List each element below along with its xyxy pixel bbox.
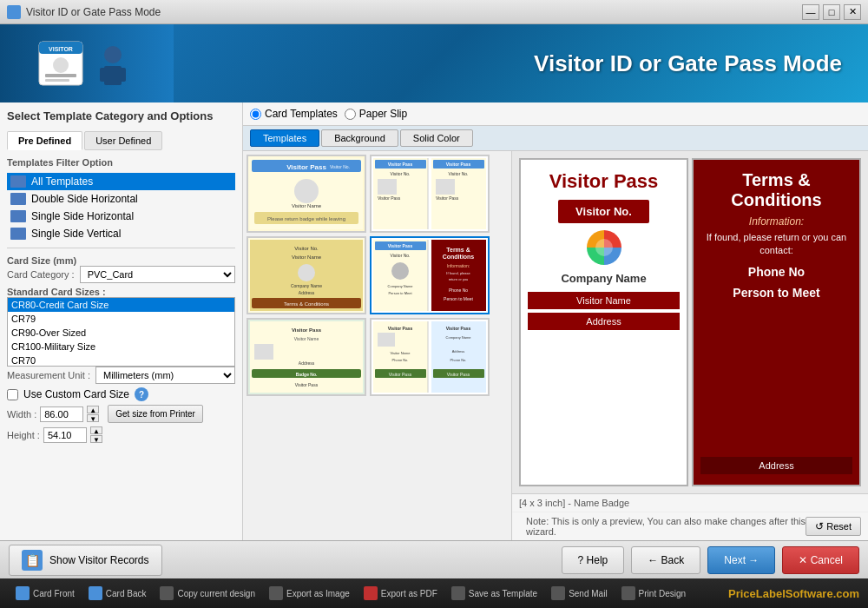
height-up[interactable]: ▲ — [90, 426, 102, 434]
width-input[interactable]: 86.00 — [40, 406, 83, 422]
std-card-cr80[interactable]: CR80-Credit Card Size — [8, 298, 234, 312]
preview-note-bar: Note: This is only a preview, You can al… — [512, 512, 868, 540]
svg-point-14 — [294, 179, 319, 203]
help-icon[interactable]: ? — [135, 387, 148, 401]
width-up[interactable]: ▲ — [87, 406, 99, 413]
export-pdf-label: Export as PDF — [381, 589, 437, 598]
visitor-illustration: VISITOR — [35, 33, 139, 94]
svg-text:Visitor No.: Visitor No. — [391, 171, 411, 176]
footer-card-back[interactable]: Card Back — [82, 585, 154, 602]
reset-button[interactable]: ↺ Reset — [806, 517, 861, 536]
filter-ssv[interactable]: Single Side Vertical — [7, 225, 235, 242]
template-thumb-4[interactable]: Visitor Pass Visitor No. Company Name Pe… — [370, 236, 490, 314]
preview-info-text: If found, please return or you can conta… — [700, 231, 852, 258]
svg-rect-67 — [378, 333, 395, 347]
std-card-cr100[interactable]: CR100-Military Size — [8, 340, 234, 354]
width-field: Width : 86.00 ▲ ▼ — [7, 406, 99, 422]
footer-brand: PriceLabelSoftware.com — [728, 587, 859, 600]
svg-rect-5 — [45, 79, 69, 82]
get-size-button[interactable]: Get size from Printer — [108, 405, 203, 423]
custom-size-checkbox[interactable] — [7, 389, 18, 400]
svg-point-45 — [391, 262, 409, 280]
mode-tabs: Pre Defined User Defined — [7, 131, 235, 150]
svg-text:Visitor Name: Visitor Name — [292, 254, 322, 260]
height-input[interactable]: 54.10 — [43, 427, 87, 443]
svg-text:Visitor No.: Visitor No. — [330, 164, 350, 169]
next-button[interactable]: Next → — [707, 546, 775, 574]
svg-text:If found, please: If found, please — [446, 271, 470, 275]
std-card-cr90[interactable]: CR90-Over Sized — [8, 326, 234, 340]
template-row-1: Visitor Pass Visitor No. Visitor Name Pl… — [247, 155, 508, 233]
filter-dsh[interactable]: Double Side Horizontal — [7, 190, 235, 208]
svg-text:Visitor Pass: Visitor Pass — [446, 162, 471, 167]
height-stepper: ▲ ▼ — [90, 426, 102, 443]
show-records-icon: 📋 — [22, 550, 43, 571]
help-button[interactable]: ? Help — [562, 546, 625, 574]
height-down[interactable]: ▼ — [90, 435, 102, 443]
preview-person: Person to Meet — [733, 286, 819, 300]
minimize-button[interactable]: — — [802, 4, 819, 20]
print-design-label: Print Design — [639, 589, 686, 598]
preview-address-front: Address — [528, 313, 680, 330]
filter-all-label: All Templates — [31, 175, 93, 188]
footer-print-design[interactable]: Print Design — [615, 585, 693, 602]
radio-card[interactable]: Card Templates — [250, 108, 338, 120]
svg-text:Badge No.: Badge No. — [296, 372, 318, 377]
save-template-icon — [451, 586, 465, 600]
footer-export-pdf[interactable]: Export as PDF — [357, 585, 444, 602]
card-size-section: Card Size (mm) Card Category : PVC_Card … — [7, 248, 235, 443]
tab-userdefined[interactable]: User Defined — [84, 131, 162, 150]
header-image: VISITOR — [0, 24, 174, 102]
std-card-cr79[interactable]: CR79 — [8, 312, 234, 326]
template-grid: Visitor Pass Visitor No. Visitor Name Pl… — [243, 151, 512, 540]
svg-rect-24 — [378, 179, 397, 195]
show-records-button[interactable]: 📋 Show Visitor Records — [9, 545, 162, 576]
svg-text:Person to Meet: Person to Meet — [388, 291, 412, 295]
back-button[interactable]: ← Back — [631, 546, 700, 574]
svg-text:Address: Address — [299, 290, 315, 295]
subtab-templates[interactable]: Templates — [250, 129, 319, 147]
footer-copy-design[interactable]: Copy current design — [153, 585, 262, 602]
subtab-solidcolor[interactable]: Solid Color — [400, 129, 473, 147]
export-pdf-icon — [364, 586, 378, 600]
maximize-button[interactable]: □ — [823, 4, 840, 20]
card-category-select[interactable]: PVC_Card — [80, 266, 235, 283]
filter-ssh-icon — [10, 210, 26, 222]
radio-paper[interactable]: Paper Slip — [345, 108, 407, 120]
svg-text:Company Name: Company Name — [291, 283, 322, 288]
svg-point-3 — [53, 57, 69, 73]
card-size-label: Card Size (mm) — [7, 255, 235, 266]
template-thumb-2[interactable]: Visitor Pass Visitor No. Visitor Pass Vi… — [370, 155, 490, 233]
subtab-background[interactable]: Background — [321, 129, 398, 147]
radio-paper-label: Paper Slip — [359, 108, 407, 120]
filter-all[interactable]: All Templates — [7, 173, 235, 190]
footer-export-image[interactable]: Export as Image — [262, 585, 357, 602]
template-thumb-5[interactable]: Visitor Pass Visitor Name Address Badge … — [247, 318, 366, 396]
template-thumb-1[interactable]: Visitor Pass Visitor No. Visitor Name Pl… — [247, 155, 366, 233]
radio-card-input[interactable] — [250, 109, 261, 120]
footer-card-front[interactable]: Card Front — [9, 585, 82, 602]
cancel-button[interactable]: ✕ Cancel — [782, 546, 859, 574]
template-thumb-3[interactable]: Visitor No. Visitor Name Company Name Ad… — [247, 236, 366, 314]
close-button[interactable]: ✕ — [844, 4, 861, 20]
radio-paper-input[interactable] — [345, 109, 356, 120]
measurement-select[interactable]: Millimeters (mm) — [95, 367, 235, 384]
footer-save-template[interactable]: Save as Template — [444, 585, 544, 602]
filter-ssh[interactable]: Single Side Horizontal — [7, 208, 235, 225]
main-content: Select Template Category and Options Pre… — [0, 102, 868, 540]
tab-predefined[interactable]: Pre Defined — [7, 131, 82, 150]
title-bar-controls: — □ ✕ — [802, 4, 861, 20]
svg-text:Visitor Name: Visitor Name — [391, 351, 411, 355]
svg-text:Address: Address — [299, 360, 315, 366]
preview-panel: Visitor Pass Visitor No. Company Name Vi… — [512, 151, 868, 540]
reset-icon: ↺ — [815, 520, 824, 532]
width-down[interactable]: ▼ — [87, 414, 99, 422]
svg-text:Visitor Pass: Visitor Pass — [436, 195, 459, 201]
footer-send-mail[interactable]: Send Mail — [544, 585, 614, 602]
std-card-cr70[interactable]: CR70 — [8, 354, 234, 367]
template-thumb-6[interactable]: Visitor Pass Visitor Name Phone No. Visi… — [370, 318, 490, 396]
height-field: Height : 54.10 ▲ ▼ — [7, 426, 102, 443]
svg-point-6 — [104, 46, 122, 63]
std-card-list: CR80-Credit Card Size CR79 CR90-Over Siz… — [7, 297, 235, 367]
svg-text:Visitor Pass: Visitor Pass — [447, 372, 470, 377]
